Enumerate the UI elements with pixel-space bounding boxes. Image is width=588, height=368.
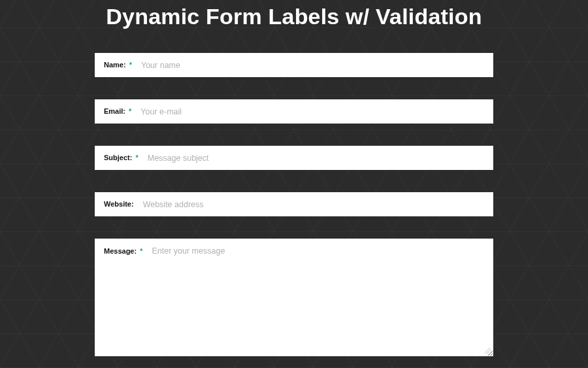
message-field-row: Message: *	[95, 239, 493, 356]
website-field-row: Website:	[95, 192, 493, 216]
email-label: Email: *	[95, 108, 134, 115]
message-label-text: Message:	[104, 247, 137, 255]
page-title: Dynamic Form Labels w/ Validation	[0, 4, 588, 29]
website-input[interactable]	[137, 192, 493, 216]
name-input[interactable]	[135, 53, 493, 77]
subject-label: Subject: *	[95, 154, 141, 161]
email-input[interactable]	[134, 99, 493, 124]
required-mark: *	[129, 107, 131, 115]
subject-input[interactable]	[141, 146, 493, 170]
message-input[interactable]	[145, 239, 493, 356]
email-field-row: Email: *	[95, 99, 493, 124]
page-container: Dynamic Form Labels w/ Validation Name: …	[0, 0, 588, 356]
subject-label-text: Subject:	[104, 154, 132, 161]
name-label: Name: *	[95, 61, 135, 69]
message-label: Message: *	[95, 239, 145, 255]
name-field-row: Name: *	[95, 53, 493, 77]
contact-form: Name: * Email: * Subject: * Website:	[95, 53, 493, 356]
subject-field-row: Subject: *	[95, 146, 493, 170]
website-label-text: Website:	[104, 200, 134, 208]
required-mark: *	[129, 61, 132, 69]
website-label: Website:	[95, 201, 137, 208]
required-mark: *	[135, 154, 138, 161]
email-label-text: Email:	[104, 107, 125, 115]
name-label-text: Name:	[104, 61, 126, 69]
required-mark: *	[140, 247, 142, 255]
